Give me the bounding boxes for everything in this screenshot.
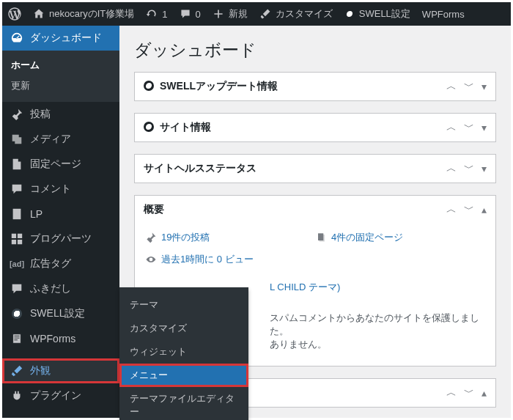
move-up-icon[interactable]: ︿ bbox=[446, 162, 457, 175]
sidebar-item-label: 投稿 bbox=[30, 108, 51, 121]
move-up-icon[interactable]: ︿ bbox=[446, 386, 457, 399]
sidebar-item-appearance[interactable]: 外観 bbox=[2, 358, 119, 383]
sidebar-item-adtag[interactable]: [ad] 広告タグ bbox=[2, 251, 119, 276]
swell-icon bbox=[10, 309, 24, 319]
dashboard-submenu: ホーム 更新 bbox=[2, 51, 119, 102]
brush-icon bbox=[10, 364, 24, 377]
copy-icon bbox=[315, 232, 327, 243]
postbox-site-info: サイト情報 ︿ ﹀ ▾ bbox=[134, 113, 496, 142]
doc-icon bbox=[10, 207, 24, 221]
swell-label: SWELL設定 bbox=[359, 7, 410, 21]
move-up-icon[interactable]: ︿ bbox=[446, 121, 457, 134]
sidebar-item-fukidashi[interactable]: ふきだし bbox=[2, 276, 119, 301]
swell-icon bbox=[144, 122, 154, 134]
postbox-title: サイトヘルスステータス bbox=[144, 162, 256, 175]
wpforms-label: WPForms bbox=[422, 9, 465, 20]
dashboard-icon bbox=[10, 32, 24, 45]
sidebar-item-dashboard[interactable]: ダッシュボード bbox=[2, 26, 119, 51]
sidebar-item-comments[interactable]: コメント bbox=[2, 177, 119, 202]
sidebar-item-label: メディア bbox=[30, 133, 71, 146]
toggle-icon[interactable]: ▴ bbox=[481, 204, 487, 215]
plus-icon bbox=[213, 8, 224, 20]
sidebar-item-label: コメント bbox=[30, 183, 71, 196]
sidebar-item-label: ふきだし bbox=[30, 282, 71, 295]
theme-link[interactable]: L CHILD テーマ) bbox=[270, 281, 340, 294]
wpforms-link[interactable]: WPForms bbox=[416, 2, 470, 26]
flyout-themes[interactable]: テーマ bbox=[119, 293, 248, 317]
page-title: ダッシュボード bbox=[134, 39, 496, 62]
postbox-site-health: サイトヘルスステータス ︿ ﹀ ▾ bbox=[134, 154, 496, 183]
toggle-icon[interactable]: ▴ bbox=[481, 387, 487, 399]
toggle-icon[interactable]: ▾ bbox=[481, 81, 487, 92]
postbox-title: SWELLアップデート情報 bbox=[160, 80, 278, 93]
form-icon bbox=[10, 332, 24, 345]
customize-link[interactable]: カスタマイズ bbox=[254, 2, 339, 26]
swell-icon bbox=[344, 9, 355, 19]
sidebar-item-plugins[interactable]: プラグイン bbox=[2, 383, 119, 408]
sidebar-item-label: ダッシュボード bbox=[30, 32, 102, 45]
sidebar-item-blogparts[interactable]: ブログパーツ bbox=[2, 226, 119, 251]
sidebar-item-wpforms[interactable]: WPForms bbox=[2, 326, 119, 351]
ad-icon: [ad] bbox=[10, 259, 24, 268]
update-icon bbox=[146, 8, 158, 20]
posts-count-link[interactable]: 19件の投稿 bbox=[161, 231, 210, 244]
comments-link[interactable]: 0 bbox=[174, 2, 207, 26]
admin-sidebar: ダッシュボード ホーム 更新 投稿 メディア 固定ページ コメント LP ブロ bbox=[2, 26, 119, 418]
spam-protection-text-1: スパムコメントからあなたのサイトを保護しました。 bbox=[270, 312, 485, 338]
brush-icon bbox=[259, 8, 271, 20]
toggle-icon[interactable]: ▾ bbox=[481, 163, 487, 174]
sidebar-item-posts[interactable]: 投稿 bbox=[2, 102, 119, 127]
updates-link[interactable]: 1 bbox=[140, 2, 173, 26]
move-down-icon[interactable]: ﹀ bbox=[464, 386, 474, 399]
home-icon bbox=[33, 8, 45, 20]
swell-settings-link[interactable]: SWELL設定 bbox=[339, 2, 416, 26]
postbox-title: サイト情報 bbox=[160, 121, 211, 134]
customize-label: カスタマイズ bbox=[276, 7, 333, 21]
postbox-swell-update: SWELLアップデート情報 ︿ ﹀ ▾ bbox=[134, 72, 496, 101]
pages-count-link[interactable]: 4件の固定ページ bbox=[331, 231, 403, 244]
swell-icon bbox=[144, 81, 154, 93]
site-name: nekocaryのIT修業場 bbox=[49, 7, 134, 21]
move-up-icon[interactable]: ︿ bbox=[446, 80, 457, 93]
sidebar-item-label: WPForms bbox=[30, 333, 75, 345]
flyout-customize[interactable]: カスタマイズ bbox=[119, 317, 248, 340]
move-down-icon[interactable]: ﹀ bbox=[464, 162, 474, 175]
sidebar-item-label: 固定ページ bbox=[30, 158, 81, 171]
postbox-title: 概要 bbox=[144, 203, 164, 216]
flyout-widgets[interactable]: ウィジェット bbox=[119, 340, 248, 364]
plugin-icon bbox=[10, 389, 24, 402]
move-down-icon[interactable]: ﹀ bbox=[464, 80, 474, 93]
site-name-link[interactable]: nekocaryのIT修業場 bbox=[27, 2, 140, 26]
media-icon bbox=[10, 133, 24, 146]
speech-icon bbox=[10, 282, 24, 295]
comments-count: 0 bbox=[196, 9, 201, 20]
flyout-menus[interactable]: メニュー bbox=[119, 364, 248, 387]
comment-icon bbox=[180, 8, 191, 20]
grid-icon bbox=[10, 232, 24, 246]
sidebar-item-label: 外観 bbox=[30, 364, 51, 377]
comment-icon bbox=[10, 183, 24, 196]
flyout-theme-editor[interactable]: テーマファイルエディター bbox=[119, 387, 248, 420]
spam-protection-text-2: ありません。 bbox=[270, 338, 485, 351]
views-link[interactable]: 過去1時間に 0 ビュー bbox=[161, 253, 254, 266]
pin-icon bbox=[10, 108, 24, 121]
submenu-updates[interactable]: 更新 bbox=[2, 75, 119, 96]
sidebar-item-label: LP bbox=[30, 208, 43, 220]
appearance-flyout: テーマ カスタマイズ ウィジェット メニュー テーマファイルエディター bbox=[119, 287, 248, 420]
wordpress-icon bbox=[8, 7, 21, 21]
pin-icon bbox=[145, 232, 157, 243]
wp-logo[interactable] bbox=[2, 2, 27, 26]
move-down-icon[interactable]: ﹀ bbox=[464, 121, 474, 134]
sidebar-item-label: SWELL設定 bbox=[30, 307, 85, 320]
move-down-icon[interactable]: ﹀ bbox=[464, 203, 474, 216]
submenu-home[interactable]: ホーム bbox=[2, 55, 119, 75]
updates-count: 1 bbox=[162, 9, 167, 20]
sidebar-item-label: ブログパーツ bbox=[30, 232, 92, 246]
toggle-icon[interactable]: ▾ bbox=[481, 122, 487, 133]
new-content-link[interactable]: 新規 bbox=[207, 2, 254, 26]
move-up-icon[interactable]: ︿ bbox=[446, 203, 457, 216]
sidebar-item-swell[interactable]: SWELL設定 bbox=[2, 301, 119, 326]
sidebar-item-media[interactable]: メディア bbox=[2, 127, 119, 152]
sidebar-item-lp[interactable]: LP bbox=[2, 202, 119, 226]
sidebar-item-pages[interactable]: 固定ページ bbox=[2, 152, 119, 177]
